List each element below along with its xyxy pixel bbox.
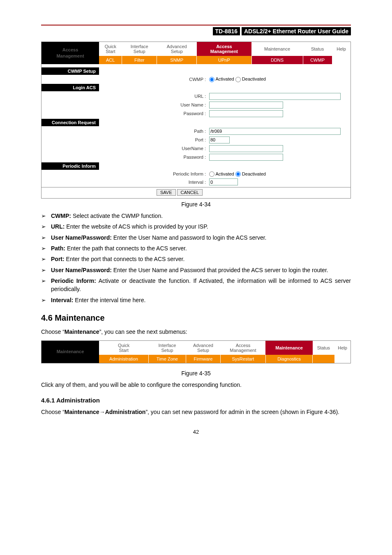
p2-tab-status[interactable]: Status <box>313 341 334 355</box>
section-cwmp-setup: CWMP Setup <box>42 67 99 75</box>
periodic-deactivated-radio[interactable] <box>235 171 241 177</box>
bullet-interval: Interval: Enter the interval time here. <box>51 296 351 304</box>
p2-tab-interface-setup[interactable]: InterfaceSetup <box>148 341 186 355</box>
doc-title: ADSL2/2+ Ethernet Router User Guide <box>242 27 351 35</box>
bullet-url: URL: Enter the website of ACS which is p… <box>51 222 351 231</box>
port-input[interactable] <box>209 136 230 143</box>
p2-tab-advanced-setup[interactable]: AdvancedSetup <box>186 341 220 355</box>
subtab-snmp[interactable]: SNMP <box>157 56 197 64</box>
password-input[interactable] <box>209 110 283 117</box>
panel1-title-l2: Management <box>56 53 84 58</box>
model-badge: TD-8816 <box>213 27 240 35</box>
subtab-ddns[interactable]: DDNS <box>251 56 303 64</box>
bullet-path: Path: Enter the path that connects to th… <box>51 244 351 252</box>
tab-status[interactable]: Status <box>303 42 332 56</box>
panel2-title: Maintenance <box>42 341 99 363</box>
bullet-cwmp: CWMP: Select activate the CWMP function. <box>51 212 351 220</box>
subtab-cwmp[interactable]: CWMP <box>303 56 332 64</box>
cr-password-input[interactable] <box>209 154 283 161</box>
maintenance-intro: Choose “Maintenance”, you can see the ne… <box>41 328 351 336</box>
interval-label: Interval : <box>101 178 208 186</box>
path-label: Path : <box>101 127 208 136</box>
heading-administration: 4.6.1 Administration <box>41 397 351 404</box>
bullet-user-pass-2: User Name/Password: Enter the User Name … <box>51 266 351 274</box>
username-input[interactable] <box>209 102 283 109</box>
heading-maintenance: 4.6 Maintenance <box>41 313 351 323</box>
p2-subtab-administration[interactable]: Administration <box>99 355 148 363</box>
tab-maintenance[interactable]: Maintenance <box>251 42 303 56</box>
p2-tab-help[interactable]: Help <box>334 341 350 355</box>
cr-password-label: Password : <box>101 153 208 162</box>
port-label: Port : <box>101 136 208 144</box>
administration-intro: Choose “Maintenance→Administration”, you… <box>41 408 351 416</box>
section-periodic-inform: Periodic Inform <box>42 162 99 170</box>
tab-help[interactable]: Help <box>332 42 350 56</box>
periodic-activated-label: Activated <box>215 171 234 176</box>
p2-tab-maintenance[interactable]: Maintenance <box>265 341 312 355</box>
tab-advanced-setup[interactable]: AdvancedSetup <box>157 42 197 56</box>
password-label: Password : <box>101 109 208 118</box>
subtab-filter[interactable]: Filter <box>122 56 157 64</box>
username-label: User Name : <box>101 101 208 109</box>
cwmp-activated-radio[interactable] <box>209 77 214 82</box>
top-tabs: Access Management QuickStart InterfaceSe… <box>42 42 350 56</box>
subtab-acl[interactable]: ACL <box>99 56 122 64</box>
bullet-port: Port: Enter the port that connects to th… <box>51 255 351 263</box>
click-text: Click any of them, and you will be able … <box>41 381 351 389</box>
cwmp-label: CWMP : <box>101 76 208 83</box>
figure-4-34-caption: Figure 4-34 <box>41 201 351 208</box>
path-input[interactable] <box>209 128 341 135</box>
periodic-label: Periodic Inform : <box>101 171 208 178</box>
tab-access-management[interactable]: AccessManagement <box>197 42 251 56</box>
save-button[interactable]: SAVE <box>157 189 176 196</box>
page-number: 42 <box>41 429 351 435</box>
subtab-upnp[interactable]: UPnP <box>197 56 251 64</box>
periodic-deactivated-label: Deactivated <box>242 171 266 176</box>
interval-input[interactable] <box>209 178 238 185</box>
bullet-periodic: Periodic Inform: Activate or deactivate … <box>51 277 351 294</box>
cr-username-label: UserName : <box>101 144 208 153</box>
access-management-panel: Access Management QuickStart InterfaceSe… <box>41 42 351 199</box>
periodic-activated-radio[interactable] <box>209 171 214 177</box>
url-label: URL : <box>101 92 208 101</box>
p2-subtab-sysrestart[interactable]: SysRestart <box>220 355 265 363</box>
deactivated-label: Deactivated <box>242 76 266 81</box>
bullet-list: CWMP: Select activate the CWMP function.… <box>41 212 351 304</box>
maintenance-panel: Maintenance QuickStart InterfaceSetup Ad… <box>41 340 351 363</box>
figure-4-35-caption: Figure 4-35 <box>41 370 351 377</box>
p2-tab-quick-start[interactable]: QuickStart <box>99 341 148 355</box>
activated-label: Activated <box>215 76 234 81</box>
section-login-acs: Login ACS <box>42 84 99 91</box>
p2-subtab-diagnostics[interactable]: Diagnostics <box>265 355 312 363</box>
tab-quick-start[interactable]: QuickStart <box>99 42 122 56</box>
tab-interface-setup[interactable]: InterfaceSetup <box>122 42 157 56</box>
p2-subtab-firmware[interactable]: Firmware <box>186 355 220 363</box>
cr-username-input[interactable] <box>209 145 283 152</box>
bullet-user-pass: User Name/Password: Enter the User Name … <box>51 234 351 242</box>
cwmp-deactivated-radio[interactable] <box>235 77 241 82</box>
top-rule <box>41 25 351 25</box>
url-input[interactable] <box>209 93 341 100</box>
p2-tab-access-management[interactable]: AccessManagement <box>220 341 265 355</box>
p2-subtab-timezone[interactable]: Time Zone <box>148 355 186 363</box>
panel1-title-l1: Access <box>62 47 78 52</box>
section-connection-request: Connection Request <box>42 119 99 126</box>
doc-header: TD-8816 ADSL2/2+ Ethernet Router User Gu… <box>41 27 351 35</box>
cancel-button[interactable]: CANCEL <box>177 189 203 196</box>
